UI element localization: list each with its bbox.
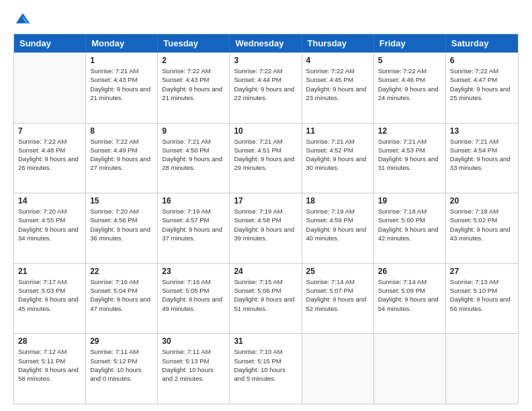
- calendar-cell: 19Sunrise: 7:18 AM Sunset: 5:00 PM Dayli…: [374, 193, 446, 263]
- day-info: Sunrise: 7:22 AM Sunset: 4:46 PM Dayligh…: [378, 66, 441, 102]
- day-info: Sunrise: 7:21 AM Sunset: 4:54 PM Dayligh…: [450, 137, 514, 173]
- logo-icon: [13, 11, 32, 30]
- calendar-cell: 8Sunrise: 7:22 AM Sunset: 4:49 PM Daylig…: [86, 124, 158, 193]
- calendar-row-3: 14Sunrise: 7:20 AM Sunset: 4:55 PM Dayli…: [14, 193, 518, 263]
- day-info: Sunrise: 7:22 AM Sunset: 4:48 PM Dayligh…: [18, 137, 81, 173]
- day-info: Sunrise: 7:11 AM Sunset: 5:12 PM Dayligh…: [90, 347, 153, 383]
- calendar-row-4: 21Sunrise: 7:17 AM Sunset: 5:03 PM Dayli…: [14, 263, 518, 334]
- header: [13, 11, 519, 30]
- day-info: Sunrise: 7:21 AM Sunset: 4:50 PM Dayligh…: [162, 137, 225, 173]
- calendar-cell: 27Sunrise: 7:13 AM Sunset: 5:10 PM Dayli…: [446, 264, 518, 334]
- day-number: 15: [90, 196, 153, 205]
- day-number: 21: [18, 267, 81, 276]
- day-number: 18: [306, 196, 369, 205]
- header-day-tuesday: Tuesday: [158, 34, 230, 52]
- calendar-cell: 23Sunrise: 7:16 AM Sunset: 5:05 PM Dayli…: [158, 264, 230, 334]
- day-info: Sunrise: 7:11 AM Sunset: 5:13 PM Dayligh…: [162, 347, 225, 383]
- calendar-row-2: 7Sunrise: 7:22 AM Sunset: 4:48 PM Daylig…: [14, 123, 518, 193]
- calendar: SundayMondayTuesdayWednesdayThursdayFrid…: [13, 34, 519, 404]
- calendar-cell: 1Sunrise: 7:21 AM Sunset: 4:43 PM Daylig…: [86, 53, 158, 123]
- day-info: Sunrise: 7:15 AM Sunset: 5:06 PM Dayligh…: [234, 277, 297, 313]
- day-number: 19: [378, 196, 441, 205]
- day-info: Sunrise: 7:22 AM Sunset: 4:44 PM Dayligh…: [234, 66, 297, 102]
- calendar-cell: 21Sunrise: 7:17 AM Sunset: 5:03 PM Dayli…: [14, 264, 86, 334]
- day-number: 24: [234, 267, 297, 276]
- day-number: 25: [306, 267, 369, 276]
- calendar-cell: 30Sunrise: 7:11 AM Sunset: 5:13 PM Dayli…: [158, 334, 230, 404]
- calendar-cell: 9Sunrise: 7:21 AM Sunset: 4:50 PM Daylig…: [158, 124, 230, 193]
- day-number: 13: [450, 126, 514, 136]
- calendar-cell: 13Sunrise: 7:21 AM Sunset: 4:54 PM Dayli…: [446, 124, 518, 193]
- header-day-thursday: Thursday: [302, 34, 374, 52]
- calendar-cell: 24Sunrise: 7:15 AM Sunset: 5:06 PM Dayli…: [230, 264, 302, 334]
- day-info: Sunrise: 7:22 AM Sunset: 4:47 PM Dayligh…: [450, 66, 514, 102]
- day-info: Sunrise: 7:21 AM Sunset: 4:53 PM Dayligh…: [378, 137, 441, 173]
- calendar-cell: 25Sunrise: 7:14 AM Sunset: 5:07 PM Dayli…: [302, 264, 374, 334]
- calendar-cell: 26Sunrise: 7:14 AM Sunset: 5:09 PM Dayli…: [374, 264, 446, 334]
- day-number: 10: [234, 126, 297, 136]
- day-info: Sunrise: 7:19 AM Sunset: 4:58 PM Dayligh…: [234, 207, 297, 242]
- day-info: Sunrise: 7:17 AM Sunset: 5:03 PM Dayligh…: [18, 277, 81, 313]
- page: SundayMondayTuesdayWednesdayThursdayFrid…: [0, 0, 532, 411]
- day-info: Sunrise: 7:22 AM Sunset: 4:45 PM Dayligh…: [306, 66, 369, 102]
- day-number: 11: [306, 126, 369, 136]
- day-info: Sunrise: 7:22 AM Sunset: 4:43 PM Dayligh…: [162, 66, 225, 102]
- calendar-cell: 3Sunrise: 7:22 AM Sunset: 4:44 PM Daylig…: [230, 53, 302, 123]
- calendar-cell: 14Sunrise: 7:20 AM Sunset: 4:55 PM Dayli…: [14, 193, 86, 263]
- header-day-monday: Monday: [86, 34, 158, 52]
- day-info: Sunrise: 7:16 AM Sunset: 5:05 PM Dayligh…: [162, 277, 225, 313]
- day-info: Sunrise: 7:16 AM Sunset: 5:04 PM Dayligh…: [90, 277, 153, 313]
- day-info: Sunrise: 7:14 AM Sunset: 5:07 PM Dayligh…: [306, 277, 369, 313]
- day-info: Sunrise: 7:13 AM Sunset: 5:10 PM Dayligh…: [450, 277, 514, 313]
- day-info: Sunrise: 7:22 AM Sunset: 4:49 PM Dayligh…: [90, 137, 153, 173]
- day-info: Sunrise: 7:20 AM Sunset: 4:55 PM Dayligh…: [18, 207, 81, 242]
- day-number: 16: [162, 196, 225, 205]
- day-number: 8: [90, 126, 153, 136]
- header-day-wednesday: Wednesday: [230, 34, 302, 52]
- day-info: Sunrise: 7:20 AM Sunset: 4:56 PM Dayligh…: [90, 207, 153, 242]
- day-number: 29: [90, 336, 153, 346]
- day-info: Sunrise: 7:12 AM Sunset: 5:11 PM Dayligh…: [18, 347, 81, 383]
- day-info: Sunrise: 7:18 AM Sunset: 5:00 PM Dayligh…: [378, 207, 441, 242]
- day-number: 17: [234, 196, 297, 205]
- calendar-header: SundayMondayTuesdayWednesdayThursdayFrid…: [14, 34, 518, 52]
- calendar-cell: 18Sunrise: 7:19 AM Sunset: 4:59 PM Dayli…: [302, 193, 374, 263]
- day-number: 6: [450, 56, 514, 65]
- day-number: 14: [18, 196, 81, 205]
- calendar-cell: 12Sunrise: 7:21 AM Sunset: 4:53 PM Dayli…: [374, 124, 446, 193]
- day-info: Sunrise: 7:18 AM Sunset: 5:02 PM Dayligh…: [450, 207, 514, 242]
- day-info: Sunrise: 7:14 AM Sunset: 5:09 PM Dayligh…: [378, 277, 441, 313]
- calendar-cell: 20Sunrise: 7:18 AM Sunset: 5:02 PM Dayli…: [446, 193, 518, 263]
- calendar-cell: 11Sunrise: 7:21 AM Sunset: 4:52 PM Dayli…: [302, 124, 374, 193]
- calendar-cell: 31Sunrise: 7:10 AM Sunset: 5:15 PM Dayli…: [230, 334, 302, 404]
- calendar-cell: 15Sunrise: 7:20 AM Sunset: 4:56 PM Dayli…: [86, 193, 158, 263]
- day-number: 27: [450, 267, 514, 276]
- calendar-cell: [14, 53, 86, 123]
- day-number: 7: [18, 126, 81, 136]
- calendar-cell: [446, 334, 518, 404]
- logo: [13, 11, 35, 30]
- day-info: Sunrise: 7:19 AM Sunset: 4:57 PM Dayligh…: [162, 207, 225, 242]
- day-info: Sunrise: 7:21 AM Sunset: 4:43 PM Dayligh…: [90, 66, 153, 102]
- day-number: 1: [90, 56, 153, 65]
- calendar-body: 1Sunrise: 7:21 AM Sunset: 4:43 PM Daylig…: [14, 52, 518, 404]
- calendar-cell: 28Sunrise: 7:12 AM Sunset: 5:11 PM Dayli…: [14, 334, 86, 404]
- calendar-row-5: 28Sunrise: 7:12 AM Sunset: 5:11 PM Dayli…: [14, 333, 518, 404]
- day-info: Sunrise: 7:10 AM Sunset: 5:15 PM Dayligh…: [234, 347, 297, 383]
- calendar-cell: 17Sunrise: 7:19 AM Sunset: 4:58 PM Dayli…: [230, 193, 302, 263]
- calendar-row-1: 1Sunrise: 7:21 AM Sunset: 4:43 PM Daylig…: [14, 52, 518, 123]
- calendar-cell: 22Sunrise: 7:16 AM Sunset: 5:04 PM Dayli…: [86, 264, 158, 334]
- day-info: Sunrise: 7:19 AM Sunset: 4:59 PM Dayligh…: [306, 207, 369, 242]
- day-number: 3: [234, 56, 297, 65]
- day-number: 26: [378, 267, 441, 276]
- day-number: 31: [234, 336, 297, 346]
- calendar-cell: 6Sunrise: 7:22 AM Sunset: 4:47 PM Daylig…: [446, 53, 518, 123]
- day-number: 5: [378, 56, 441, 65]
- calendar-cell: 29Sunrise: 7:11 AM Sunset: 5:12 PM Dayli…: [86, 334, 158, 404]
- header-day-saturday: Saturday: [446, 34, 518, 52]
- calendar-cell: 2Sunrise: 7:22 AM Sunset: 4:43 PM Daylig…: [158, 53, 230, 123]
- day-number: 2: [162, 56, 225, 65]
- header-day-sunday: Sunday: [14, 34, 86, 52]
- day-number: 20: [450, 196, 514, 205]
- calendar-cell: 7Sunrise: 7:22 AM Sunset: 4:48 PM Daylig…: [14, 124, 86, 193]
